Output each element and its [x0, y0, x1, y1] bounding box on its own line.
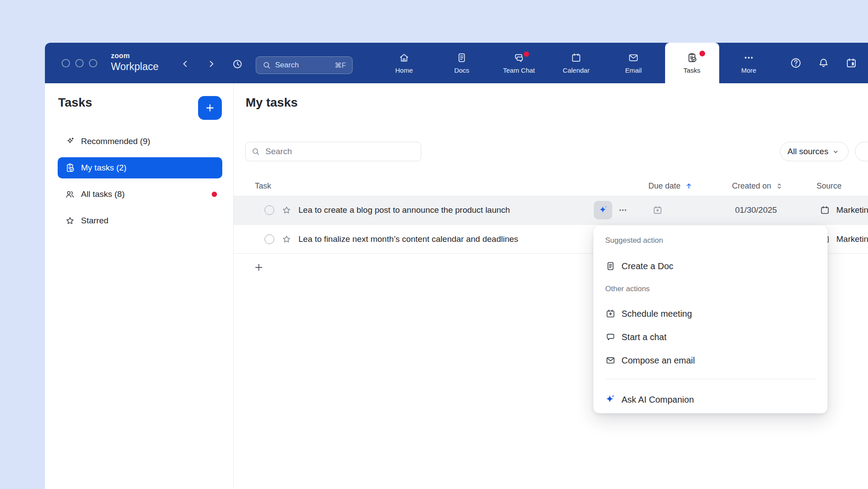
task-title[interactable]: Lea to finalize next month’s content cal…: [298, 225, 518, 254]
nav-home[interactable]: Home: [380, 43, 428, 83]
schedule-calendar-icon: [845, 57, 857, 69]
help-button[interactable]: [789, 56, 803, 70]
tasks-clipboard-check-icon: [686, 52, 698, 63]
back-button[interactable]: [178, 57, 192, 71]
source-value: Marketing: [836, 205, 868, 215]
calendar-icon: [570, 52, 582, 63]
task-more-actions-button[interactable]: [618, 205, 633, 215]
add-task-button[interactable]: [253, 259, 269, 275]
sources-filter-dropdown[interactable]: All sources: [780, 142, 849, 161]
email-icon: [628, 52, 639, 63]
menu-item-ask-ai-companion[interactable]: Ask AI Companion: [593, 388, 828, 411]
column-header-source[interactable]: Source: [817, 176, 842, 196]
complete-task-checkbox[interactable]: [265, 205, 274, 215]
sidebar-item-label: Starred: [81, 216, 108, 226]
task-search-input[interactable]: [265, 146, 415, 157]
nav-email[interactable]: Email: [609, 43, 658, 83]
menu-item-start-chat[interactable]: Start a chat: [593, 326, 828, 348]
sidebar-item-all-tasks[interactable]: All tasks (8): [58, 184, 222, 205]
people-icon: [65, 189, 75, 200]
add-due-date-button[interactable]: [652, 205, 663, 215]
column-label: Due date: [648, 182, 680, 191]
tasks-sidebar: Tasks Recommended (9) My tasks (2): [45, 83, 234, 489]
source-cell[interactable]: Marketing: [820, 196, 868, 225]
envelope-icon: [605, 355, 616, 366]
nav-home-label: Home: [395, 67, 413, 74]
notifications-button[interactable]: [817, 56, 831, 70]
column-header-due-date[interactable]: Due date: [648, 176, 693, 196]
source-value: Marketing: [836, 234, 868, 244]
clipped-filter-button[interactable]: [855, 142, 868, 161]
sidebar-item-starred[interactable]: Starred: [58, 210, 222, 231]
calendar-plus-icon: [605, 308, 616, 319]
nav-docs-label: Docs: [454, 67, 469, 74]
global-search-input[interactable]: Search ⌘F: [256, 56, 353, 74]
forward-button[interactable]: [204, 57, 218, 71]
plus-icon: [253, 262, 265, 273]
nav-calendar[interactable]: Calendar: [552, 43, 600, 83]
nav-email-label: Email: [625, 67, 642, 74]
task-search-box: [245, 142, 421, 161]
nav-team-chat[interactable]: Team Chat: [495, 43, 543, 83]
created-on-value: 01/30/2025: [735, 196, 777, 225]
history-button[interactable]: [230, 57, 244, 71]
menu-item-label: Ask AI Companion: [622, 388, 694, 411]
tasks-notification-dot: [699, 51, 705, 56]
menu-item-label: Create a Doc: [622, 255, 673, 278]
sidebar-item-label: My tasks (2): [81, 163, 126, 173]
scheduler-button[interactable]: [844, 56, 858, 70]
nav-more[interactable]: More: [725, 43, 773, 83]
search-shortcut: ⌘F: [335, 61, 346, 70]
nav-tasks[interactable]: Tasks: [668, 43, 716, 83]
sidebar-item-label: Recommended (9): [81, 137, 150, 146]
menu-item-schedule-meeting[interactable]: Schedule meeting: [593, 302, 828, 325]
column-label: Task: [255, 182, 271, 191]
window-control-zoom-icon[interactable]: [89, 59, 97, 67]
sort-toggle-icon: [775, 182, 783, 190]
window-control-minimize-icon[interactable]: [75, 59, 84, 67]
team-chat-notification-dot: [524, 52, 529, 57]
search-icon: [262, 61, 271, 70]
sidebar-item-my-tasks[interactable]: My tasks (2): [58, 157, 222, 178]
star-icon: [65, 215, 75, 226]
column-header-task[interactable]: Task: [255, 176, 271, 196]
menu-section-label: Other actions: [605, 284, 650, 294]
nav-docs[interactable]: Docs: [438, 43, 486, 83]
window-controls[interactable]: [62, 59, 97, 67]
team-chat-icon: [513, 52, 525, 63]
screen: zoom Workplace Search ⌘F Home: [0, 0, 868, 489]
complete-task-checkbox[interactable]: [265, 234, 274, 244]
plus-icon: [204, 102, 216, 114]
home-icon: [398, 52, 410, 63]
nav-tasks-active-tab[interactable]: Tasks: [665, 43, 719, 83]
all-tasks-notification-dot: [212, 192, 217, 197]
nav-team-chat-label: Team Chat: [503, 67, 535, 74]
menu-item-compose-email[interactable]: Compose an email: [593, 349, 828, 372]
menu-divider: [605, 379, 816, 379]
chevron-down-icon: [832, 148, 839, 156]
ai-companion-icon: [604, 393, 616, 406]
sidebar-title: Tasks: [58, 96, 92, 110]
sidebar-item-recommended[interactable]: Recommended (9): [58, 131, 222, 152]
history-clock-icon: [232, 58, 243, 70]
zoom-workplace-window: zoom Workplace Search ⌘F Home: [45, 43, 868, 489]
global-search-placeholder: Search: [275, 61, 299, 70]
new-task-button[interactable]: [198, 96, 222, 120]
sidebar-list: Recommended (9) My tasks (2) All tasks (…: [58, 131, 222, 237]
chevron-left-icon: [180, 59, 190, 69]
menu-item-label: Schedule meeting: [622, 302, 692, 325]
task-title[interactable]: Lea to create a blog post to announce th…: [298, 196, 510, 225]
column-header-created-on[interactable]: Created on: [732, 176, 783, 196]
logo-zoom: zoom: [111, 52, 158, 59]
ai-companion-actions-button[interactable]: [594, 201, 612, 219]
star-icon[interactable]: [281, 234, 292, 244]
task-row-1[interactable]: Lea to create a blog post to announce th…: [234, 196, 868, 225]
nav-more-label: More: [741, 67, 756, 74]
docs-icon: [456, 52, 467, 63]
menu-item-create-doc[interactable]: Create a Doc: [593, 255, 828, 278]
star-icon[interactable]: [281, 205, 292, 215]
window-control-close-icon[interactable]: [62, 59, 70, 67]
ellipsis-icon: [618, 205, 628, 215]
menu-section-label: Suggested action: [605, 235, 663, 246]
logo-workplace: Workplace: [111, 62, 158, 72]
